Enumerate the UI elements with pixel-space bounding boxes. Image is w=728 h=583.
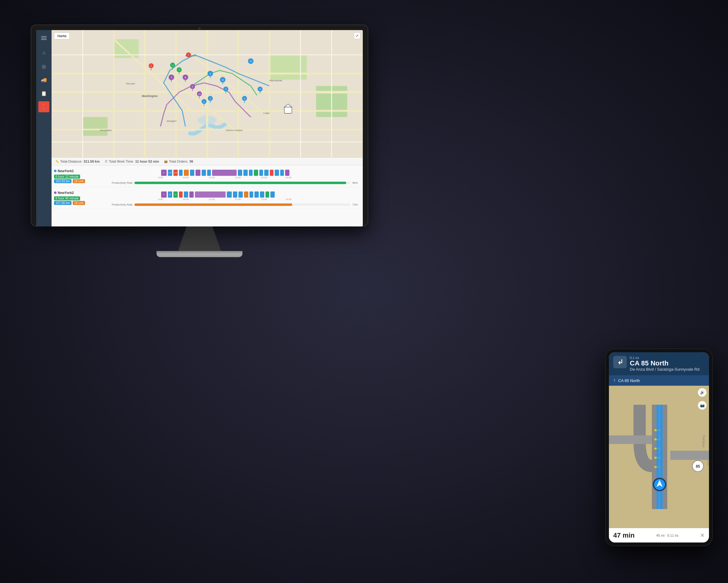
monitor-stand — [157, 251, 242, 257]
sidebar-item-document[interactable]: 📋 — [38, 88, 49, 99]
route-2-timeline-svg: 9:00 10:00 11:00 12:00 13:00 14:00 P — [110, 191, 359, 201]
svg-text:10:00: 10:00 — [183, 198, 189, 201]
worktime-stat: ⏱ Total Work Time: 11 hour 52 min — [105, 160, 159, 163]
volume-icon: 🔊 — [700, 390, 705, 395]
svg-text:12:00: 12:00 — [235, 176, 241, 179]
route-1-time: 6 hour 12 minute — [54, 175, 80, 179]
monitor-neck — [178, 227, 221, 251]
map-label: Harita — [57, 34, 66, 38]
svg-text:10: 10 — [222, 79, 224, 81]
route-2-km: 157.66 km — [54, 201, 72, 205]
distance-miles: 45 mi — [656, 534, 665, 537]
productivity-label-2: Productivity Rate — [112, 203, 133, 206]
svg-text:AZor: AZor — [706, 460, 709, 466]
svg-rect-143 — [609, 435, 652, 444]
svg-rect-94 — [202, 170, 206, 176]
smartphone: 0,1 mi CA 85 North De Anza Blvd / Sarato… — [605, 349, 713, 546]
hamburger-menu-button[interactable] — [39, 34, 49, 42]
svg-text:3: 3 — [225, 88, 227, 90]
monitor-screen: ⌂ ◎ 🚚 📋 📍 — [36, 30, 363, 227]
next-arrow-icon: ↑ — [613, 378, 616, 383]
turn-arrow-icon — [616, 358, 624, 366]
svg-text:Washington: Washington — [142, 95, 158, 98]
sidebar-item-location[interactable]: ◎ — [38, 61, 49, 72]
phone-map-svg: 85 Rainbow AZor — [609, 386, 709, 528]
svg-text:District Heights: District Heights — [226, 129, 243, 132]
stats-bar: 📏 Total Distance: 311.59 km ⏱ Total Work… — [52, 157, 363, 165]
svg-rect-142 — [670, 451, 709, 460]
svg-text:Mitchellville: Mitchellville — [269, 79, 282, 82]
phone-nav-subtitle: De Anza Blvd / Saratoga-Sunnyvale Rd — [630, 367, 705, 372]
svg-text:12: 12 — [175, 194, 177, 195]
map-view-button[interactable]: Harita — [54, 32, 70, 39]
sidebar-item-home[interactable]: ⌂ — [38, 47, 49, 58]
svg-rect-102 — [264, 170, 268, 176]
route-1-timeline-svg: 9:00 10:00 11:00 12:00 13:00 14:00 P — [110, 169, 359, 179]
route-2-timeline: 9:00 10:00 11:00 12:00 13:00 14:00 P — [109, 189, 360, 207]
svg-text:85: 85 — [696, 464, 700, 469]
camera-icon: 📷 — [700, 403, 705, 407]
route-1-productivity-value: 98% — [352, 181, 358, 184]
route-1-name-label: NewYork1 — [58, 169, 74, 173]
route-1-color-dot — [54, 170, 56, 172]
svg-text:1: 1 — [151, 65, 152, 67]
svg-rect-5 — [83, 117, 107, 136]
productivity-label-1: Productivity Rate — [112, 181, 133, 184]
sidebar-item-truck[interactable]: 🚚 — [38, 74, 49, 85]
phone-nav-title: CA 85 North — [630, 360, 705, 367]
svg-rect-130 — [255, 191, 259, 197]
worktime-label: Total Work Time: — [109, 160, 134, 163]
phone-next-text: CA 85 North — [618, 378, 640, 383]
svg-rect-90 — [179, 170, 183, 176]
svg-text:13:00: 13:00 — [261, 176, 267, 179]
phone-camera-button[interactable]: 📷 — [698, 401, 706, 409]
distance-icon: 📏 — [55, 160, 59, 163]
phone-bottom-bar: 47 min 45 mi · 5:11 ös ✕ — [609, 528, 709, 542]
svg-text:11:00: 11:00 — [209, 176, 215, 179]
sidebar-item-pin[interactable]: 📍 — [38, 101, 49, 112]
phone-map-view[interactable]: 85 Rainbow AZor 🔊 📷 — [609, 386, 709, 528]
monitor: ⌂ ◎ 🚚 📋 📍 — [31, 25, 368, 257]
phone-turn-icon — [613, 356, 627, 368]
svg-text:CUS: CUS — [174, 172, 177, 174]
route-1-info: NewYork1 6 hour 12 minute 163.93 km 18 u… — [54, 169, 109, 183]
distance-label: Total Distance: — [60, 160, 82, 163]
svg-rect-123 — [189, 191, 194, 197]
svg-rect-92 — [190, 170, 194, 176]
svg-rect-105 — [280, 170, 284, 176]
svg-text:10: 10 — [198, 93, 201, 96]
arrival-time: 5:11 ös — [667, 534, 678, 537]
orders-label: Total Orders: — [169, 160, 188, 163]
svg-text:11: 11 — [169, 194, 171, 195]
map-expand-button[interactable]: ⤢ — [354, 32, 360, 39]
route-2-name-label: NewYork2 — [58, 191, 74, 194]
map-area[interactable]: 7 8 9 — [52, 30, 363, 157]
svg-rect-97 — [238, 170, 242, 176]
svg-text:P: P — [163, 194, 164, 195]
phone-close-button[interactable]: ✕ — [700, 532, 705, 539]
phone-nav-text: 0,1 mi CA 85 North De Anza Blvd / Sarato… — [630, 356, 705, 372]
orders-value: 36 — [189, 160, 193, 163]
phone-eta-block: 47 min — [613, 531, 635, 539]
phone-volume-button[interactable]: 🔊 — [698, 388, 706, 397]
svg-rect-129 — [250, 191, 253, 197]
route-2-productivity: Productivity Rate 73% — [109, 203, 360, 207]
svg-text:7: 7 — [171, 76, 172, 79]
svg-text:McLean: McLean — [126, 82, 135, 85]
svg-text:4: 4 — [244, 98, 245, 100]
svg-text:Rainbow: Rainbow — [702, 435, 705, 448]
svg-text:Bethesda: Bethesda — [185, 54, 196, 57]
sidebar: ⌂ ◎ 🚚 📋 📍 — [36, 30, 52, 227]
svg-rect-99 — [249, 170, 253, 176]
route-1-km: 163.93 km — [54, 179, 72, 183]
eta-text: 47 min — [613, 531, 635, 539]
svg-rect-98 — [243, 170, 248, 176]
svg-text:13:00: 13:00 — [261, 198, 267, 201]
svg-text:8: 8 — [210, 73, 211, 75]
svg-rect-101 — [259, 170, 263, 176]
svg-text:P: P — [163, 172, 164, 174]
phone-eta-value: 47 min — [613, 531, 635, 539]
svg-rect-121 — [179, 191, 183, 197]
svg-rect-24 — [284, 107, 291, 113]
route-1-name: NewYork1 — [54, 169, 109, 173]
